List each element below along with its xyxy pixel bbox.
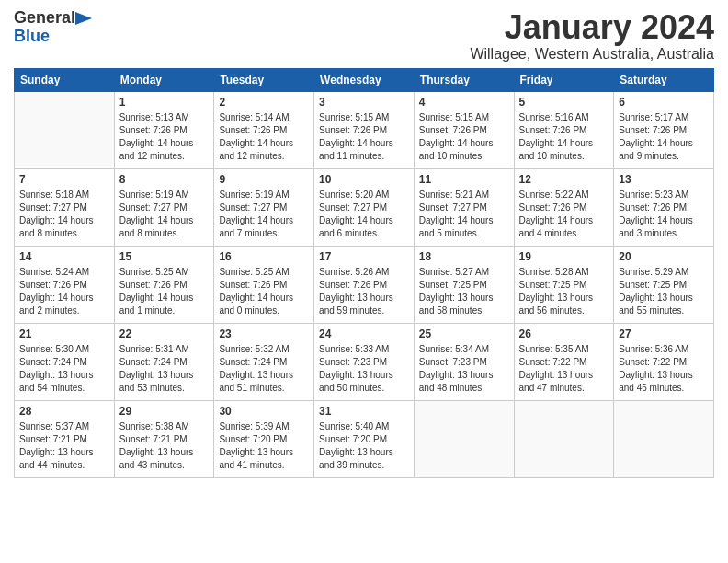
day-number: 4 [419,95,509,110]
day-number: 20 [619,249,709,265]
weekday-header: Monday [114,68,214,91]
day-info: Sunrise: 5:26 AM Sunset: 7:26 PM Dayligh… [319,266,409,317]
day-info: Sunrise: 5:17 AM Sunset: 7:26 PM Dayligh… [619,111,709,163]
calendar-header-row: SundayMondayTuesdayWednesdayThursdayFrid… [15,68,714,91]
calendar-cell: 2Sunrise: 5:14 AM Sunset: 7:26 PM Daylig… [214,91,314,168]
calendar-cell: 7Sunrise: 5:18 AM Sunset: 7:27 PM Daylig… [15,168,115,246]
weekday-header: Tuesday [214,68,314,91]
calendar-cell: 8Sunrise: 5:19 AM Sunset: 7:27 PM Daylig… [114,168,214,246]
calendar-cell: 9Sunrise: 5:19 AM Sunset: 7:27 PM Daylig… [214,168,314,246]
calendar-cell: 10Sunrise: 5:20 AM Sunset: 7:27 PM Dayli… [314,168,415,246]
day-number: 13 [619,172,709,188]
weekday-header: Wednesday [314,68,415,91]
day-info: Sunrise: 5:30 AM Sunset: 7:24 PM Dayligh… [19,343,109,395]
calendar-cell: 30Sunrise: 5:39 AM Sunset: 7:20 PM Dayli… [214,400,314,477]
day-info: Sunrise: 5:20 AM Sunset: 7:27 PM Dayligh… [319,189,409,240]
day-number: 30 [219,404,309,419]
day-info: Sunrise: 5:34 AM Sunset: 7:23 PM Dayligh… [419,343,509,395]
header: General Blue January 2024 Willagee, West… [14,9,714,63]
page: General Blue January 2024 Willagee, West… [0,0,728,488]
day-info: Sunrise: 5:27 AM Sunset: 7:25 PM Dayligh… [419,266,509,317]
day-info: Sunrise: 5:21 AM Sunset: 7:27 PM Dayligh… [419,189,509,240]
day-number: 21 [19,327,109,342]
day-info: Sunrise: 5:32 AM Sunset: 7:24 PM Dayligh… [219,343,309,395]
weekday-header: Sunday [15,68,115,91]
day-info: Sunrise: 5:31 AM Sunset: 7:24 PM Dayligh… [119,343,210,395]
month-title: January 2024 [470,9,714,46]
calendar-cell: 18Sunrise: 5:27 AM Sunset: 7:25 PM Dayli… [414,246,514,323]
calendar-week-row: 1Sunrise: 5:13 AM Sunset: 7:26 PM Daylig… [15,91,714,168]
calendar-cell: 1Sunrise: 5:13 AM Sunset: 7:26 PM Daylig… [114,91,214,168]
calendar-cell: 5Sunrise: 5:16 AM Sunset: 7:26 PM Daylig… [514,91,614,168]
day-info: Sunrise: 5:24 AM Sunset: 7:26 PM Dayligh… [19,266,109,317]
calendar-cell: 20Sunrise: 5:29 AM Sunset: 7:25 PM Dayli… [614,246,714,323]
day-info: Sunrise: 5:15 AM Sunset: 7:26 PM Dayligh… [319,111,409,163]
day-info: Sunrise: 5:28 AM Sunset: 7:25 PM Dayligh… [519,266,609,317]
calendar-cell: 28Sunrise: 5:37 AM Sunset: 7:21 PM Dayli… [15,400,115,477]
day-info: Sunrise: 5:25 AM Sunset: 7:26 PM Dayligh… [119,266,210,317]
day-number: 19 [519,249,609,265]
weekday-header: Friday [514,68,614,91]
day-number: 10 [319,172,409,188]
calendar-cell: 29Sunrise: 5:38 AM Sunset: 7:21 PM Dayli… [114,400,214,477]
day-info: Sunrise: 5:36 AM Sunset: 7:22 PM Dayligh… [619,343,709,395]
calendar-cell [514,400,614,477]
day-info: Sunrise: 5:13 AM Sunset: 7:26 PM Dayligh… [119,111,210,163]
calendar-cell: 12Sunrise: 5:22 AM Sunset: 7:26 PM Dayli… [514,168,614,246]
calendar-cell: 19Sunrise: 5:28 AM Sunset: 7:25 PM Dayli… [514,246,614,323]
day-number: 8 [119,172,210,188]
calendar-cell: 16Sunrise: 5:25 AM Sunset: 7:26 PM Dayli… [214,246,314,323]
calendar-week-row: 14Sunrise: 5:24 AM Sunset: 7:26 PM Dayli… [15,246,714,323]
calendar-week-row: 28Sunrise: 5:37 AM Sunset: 7:21 PM Dayli… [15,400,714,477]
day-info: Sunrise: 5:16 AM Sunset: 7:26 PM Dayligh… [519,111,609,163]
day-number: 3 [319,95,409,110]
calendar-cell: 14Sunrise: 5:24 AM Sunset: 7:26 PM Dayli… [15,246,115,323]
calendar-cell: 23Sunrise: 5:32 AM Sunset: 7:24 PM Dayli… [214,323,314,400]
day-info: Sunrise: 5:15 AM Sunset: 7:26 PM Dayligh… [419,111,509,163]
calendar-cell [614,400,714,477]
day-number: 24 [319,327,409,342]
calendar-cell: 31Sunrise: 5:40 AM Sunset: 7:20 PM Dayli… [314,400,415,477]
day-number: 16 [219,249,309,265]
day-info: Sunrise: 5:19 AM Sunset: 7:27 PM Dayligh… [219,189,309,240]
day-info: Sunrise: 5:40 AM Sunset: 7:20 PM Dayligh… [319,420,409,472]
logo: General Blue [14,9,92,46]
day-info: Sunrise: 5:14 AM Sunset: 7:26 PM Dayligh… [219,111,309,163]
calendar-cell: 17Sunrise: 5:26 AM Sunset: 7:26 PM Dayli… [314,246,415,323]
day-number: 6 [619,95,709,110]
logo-icon [75,12,92,25]
calendar: SundayMondayTuesdayWednesdayThursdayFrid… [14,68,714,478]
calendar-week-row: 7Sunrise: 5:18 AM Sunset: 7:27 PM Daylig… [15,168,714,246]
calendar-cell: 6Sunrise: 5:17 AM Sunset: 7:26 PM Daylig… [614,91,714,168]
day-number: 26 [519,327,609,342]
day-number: 1 [119,95,210,110]
day-number: 14 [19,249,109,265]
calendar-cell: 21Sunrise: 5:30 AM Sunset: 7:24 PM Dayli… [15,323,115,400]
day-info: Sunrise: 5:29 AM Sunset: 7:25 PM Dayligh… [619,266,709,317]
day-info: Sunrise: 5:22 AM Sunset: 7:26 PM Dayligh… [519,189,609,240]
title-block: January 2024 Willagee, Western Australia… [470,9,714,63]
day-info: Sunrise: 5:23 AM Sunset: 7:26 PM Dayligh… [619,189,709,240]
day-number: 29 [119,404,210,419]
calendar-cell: 22Sunrise: 5:31 AM Sunset: 7:24 PM Dayli… [114,323,214,400]
calendar-cell [15,91,115,168]
day-number: 18 [419,249,509,265]
calendar-cell: 3Sunrise: 5:15 AM Sunset: 7:26 PM Daylig… [314,91,415,168]
calendar-cell: 25Sunrise: 5:34 AM Sunset: 7:23 PM Dayli… [414,323,514,400]
day-info: Sunrise: 5:35 AM Sunset: 7:22 PM Dayligh… [519,343,609,395]
day-number: 15 [119,249,210,265]
day-info: Sunrise: 5:37 AM Sunset: 7:21 PM Dayligh… [19,420,109,472]
calendar-cell: 15Sunrise: 5:25 AM Sunset: 7:26 PM Dayli… [114,246,214,323]
day-number: 25 [419,327,509,342]
calendar-cell: 24Sunrise: 5:33 AM Sunset: 7:23 PM Dayli… [314,323,415,400]
calendar-cell: 27Sunrise: 5:36 AM Sunset: 7:22 PM Dayli… [614,323,714,400]
logo-blue: Blue [14,28,50,46]
svg-marker-0 [75,12,92,25]
weekday-header: Thursday [414,68,514,91]
logo-general: General [14,9,75,28]
day-number: 28 [19,404,109,419]
day-number: 22 [119,327,210,342]
day-info: Sunrise: 5:33 AM Sunset: 7:23 PM Dayligh… [319,343,409,395]
calendar-cell [414,400,514,477]
day-number: 5 [519,95,609,110]
